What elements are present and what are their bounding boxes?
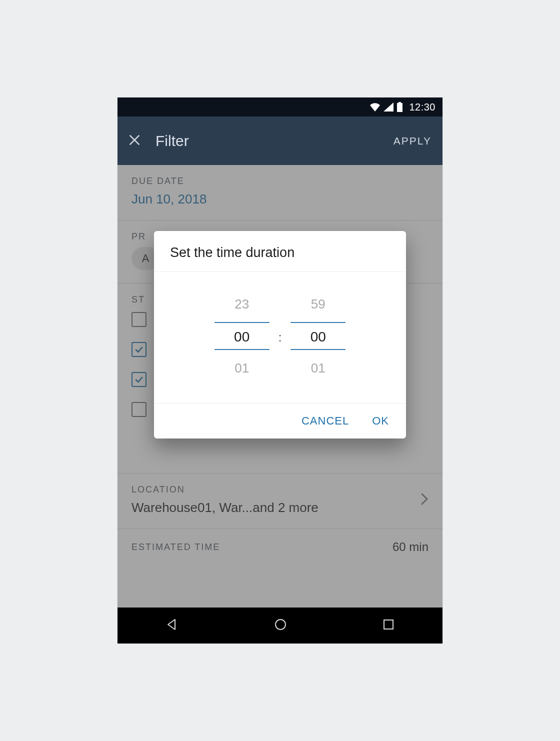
hours-picker[interactable]: 23 00 01 <box>214 293 270 379</box>
page-title: Filter <box>156 132 394 150</box>
cellular-icon <box>384 102 394 112</box>
duration-dialog: Set the time duration 23 00 01 : 59 00 0… <box>154 231 406 438</box>
status-time: 12:30 <box>409 102 436 113</box>
svg-rect-3 <box>384 620 393 629</box>
android-nav-bar <box>118 608 442 644</box>
estimated-time-section[interactable]: ESTIMATED TIME 60 min <box>118 529 442 567</box>
estimated-time-value: 60 min <box>392 540 428 554</box>
minutes-next: 01 <box>290 357 346 379</box>
status-checkbox[interactable] <box>132 402 146 417</box>
due-date-label: DUE DATE <box>132 176 428 186</box>
estimated-time-label: ESTIMATED TIME <box>132 542 220 552</box>
dialog-title: Set the time duration <box>154 231 406 272</box>
ok-button[interactable]: OK <box>372 414 389 428</box>
hours-next: 01 <box>214 357 270 379</box>
recents-button[interactable] <box>382 618 395 633</box>
duration-pickers: 23 00 01 : 59 00 01 <box>154 272 406 403</box>
hours-prev: 23 <box>214 293 270 315</box>
dialog-actions: CANCEL OK <box>154 403 406 438</box>
due-date-value: Jun 10, 2018 <box>132 192 428 207</box>
status-checkbox[interactable] <box>132 372 146 387</box>
location-section[interactable]: LOCATION Warehouse01, War...and 2 more <box>118 474 442 529</box>
status-bar: 12:30 <box>118 98 442 116</box>
wifi-icon <box>370 102 380 112</box>
svg-rect-1 <box>397 103 402 112</box>
due-date-section[interactable]: DUE DATE Jun 10, 2018 <box>118 165 442 220</box>
svg-point-2 <box>276 620 286 630</box>
close-icon <box>128 134 141 148</box>
status-checkbox[interactable] <box>132 312 146 327</box>
svg-rect-0 <box>398 102 401 103</box>
cancel-button[interactable]: CANCEL <box>302 414 349 428</box>
hours-current: 00 <box>214 322 270 350</box>
chevron-right-icon <box>420 492 428 508</box>
apply-button[interactable]: APPLY <box>394 135 432 147</box>
time-separator: : <box>278 328 282 344</box>
device-frame: 12:30 Filter APPLY DUE DATE Jun 10, 2018… <box>118 98 442 644</box>
location-label: LOCATION <box>132 484 318 495</box>
battery-icon <box>396 102 403 112</box>
app-bar: Filter APPLY <box>118 116 442 165</box>
minutes-current: 00 <box>290 322 346 350</box>
filter-content: DUE DATE Jun 10, 2018 PR A ST <box>118 165 442 608</box>
home-button[interactable] <box>274 618 288 634</box>
location-value: Warehouse01, War...and 2 more <box>132 500 318 516</box>
close-button[interactable] <box>122 129 146 153</box>
minutes-prev: 59 <box>290 293 346 315</box>
status-checkbox[interactable] <box>132 342 146 357</box>
minutes-picker[interactable]: 59 00 01 <box>290 293 346 379</box>
back-button[interactable] <box>165 618 179 634</box>
